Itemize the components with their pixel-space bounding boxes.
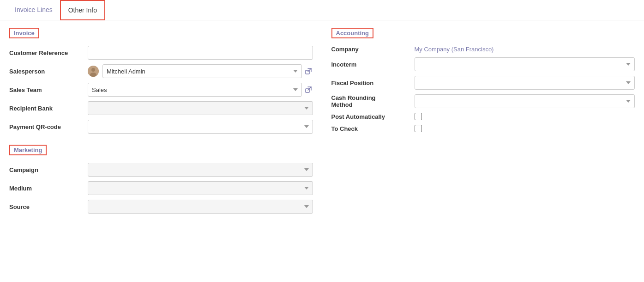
to-check-label: To Check	[331, 125, 415, 132]
incoterm-label: Incoterm	[331, 61, 415, 68]
source-label: Source	[9, 203, 88, 210]
campaign-label: Campaign	[9, 166, 88, 173]
sales-team-label: Sales Team	[9, 86, 88, 93]
sales-team-row: Sales Team Sales	[9, 83, 313, 97]
sales-team-external-link-icon[interactable]	[304, 85, 313, 94]
incoterm-row: Incoterm	[331, 57, 635, 71]
to-check-checkbox[interactable]	[415, 125, 422, 132]
recipient-bank-select[interactable]	[88, 101, 313, 115]
company-row: Company My Company (San Francisco)	[331, 46, 635, 53]
right-column: Accounting Company My Company (San Franc…	[331, 28, 635, 218]
tab-other-info[interactable]: Other Info	[60, 0, 105, 20]
incoterm-select[interactable]	[415, 57, 635, 71]
payment-qr-code-label: Payment QR-code	[9, 123, 88, 130]
sales-team-input-group: Sales	[88, 83, 313, 97]
source-select[interactable]	[88, 200, 313, 214]
marketing-section-title: Marketing	[9, 145, 47, 155]
company-label: Company	[331, 46, 415, 53]
marketing-section: Marketing Campaign Medium Source	[9, 145, 313, 214]
invoice-section: Invoice Customer Reference Salesperson	[9, 28, 313, 134]
accounting-section-title: Accounting	[331, 28, 374, 38]
customer-reference-row: Customer Reference	[9, 46, 313, 60]
svg-point-1	[91, 68, 95, 72]
salesperson-external-link-icon[interactable]	[304, 67, 313, 76]
salesperson-row: Salesperson Mitchell Admin	[9, 64, 313, 78]
salesperson-select[interactable]: Mitchell Admin	[102, 64, 302, 78]
left-column: Invoice Customer Reference Salesperson	[9, 28, 313, 218]
recipient-bank-label: Recipient Bank	[9, 105, 88, 112]
payment-qr-code-select[interactable]	[88, 120, 313, 134]
payment-qr-code-row: Payment QR-code	[9, 120, 313, 134]
post-automatically-checkbox[interactable]	[415, 113, 422, 120]
medium-row: Medium	[9, 181, 313, 195]
campaign-select[interactable]	[88, 163, 313, 177]
to-check-row: To Check	[331, 125, 635, 132]
salesperson-label: Salesperson	[9, 68, 88, 75]
customer-reference-input[interactable]	[88, 46, 313, 60]
invoice-section-title: Invoice	[9, 28, 39, 38]
campaign-row: Campaign	[9, 163, 313, 177]
cash-rounding-method-select[interactable]	[415, 94, 635, 108]
cash-rounding-method-label: Cash Rounding Method	[331, 94, 415, 108]
medium-select[interactable]	[88, 181, 313, 195]
recipient-bank-row: Recipient Bank	[9, 101, 313, 115]
fiscal-position-select[interactable]	[415, 76, 635, 90]
salesperson-input-group: Mitchell Admin	[88, 64, 313, 78]
customer-reference-label: Customer Reference	[9, 49, 88, 56]
fiscal-position-row: Fiscal Position	[331, 76, 635, 90]
sales-team-select[interactable]: Sales	[88, 83, 302, 97]
fiscal-position-label: Fiscal Position	[331, 80, 415, 86]
medium-label: Medium	[9, 185, 88, 192]
salesperson-avatar	[88, 66, 99, 77]
company-value[interactable]: My Company (San Francisco)	[415, 46, 494, 53]
cash-rounding-method-row: Cash Rounding Method	[331, 94, 635, 108]
tab-invoice-lines[interactable]: Invoice Lines	[7, 0, 60, 20]
post-automatically-label: Post Automatically	[331, 113, 415, 120]
tabs-container: Invoice Lines Other Info	[0, 0, 644, 20]
main-content: Invoice Customer Reference Salesperson	[0, 20, 644, 226]
post-automatically-row: Post Automatically	[331, 113, 635, 120]
source-row: Source	[9, 200, 313, 214]
accounting-section: Accounting Company My Company (San Franc…	[331, 28, 635, 132]
